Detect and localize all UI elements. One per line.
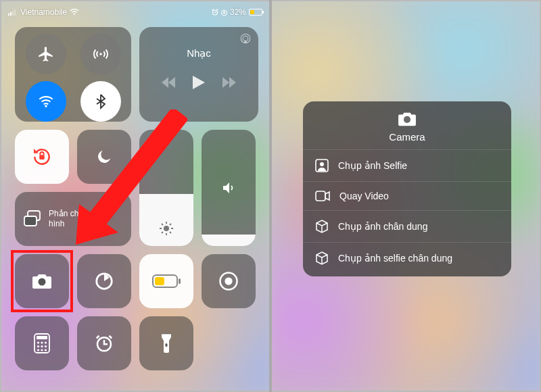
menu-item-portrait-selfie[interactable]: Chụp ảnh selfie chân dung (303, 242, 511, 274)
svg-point-8 (99, 53, 101, 55)
cellular-icon (92, 45, 110, 63)
music-widget[interactable]: Nhạc (139, 27, 258, 122)
wifi-status-icon (70, 9, 79, 16)
battery-icon (249, 9, 262, 16)
bluetooth-icon (93, 93, 109, 109)
calculator-tile[interactable] (15, 316, 69, 370)
screen-mirroring-tile[interactable]: Phản chiếu màn hình (15, 192, 131, 246)
airplane-icon (37, 45, 55, 63)
svg-rect-15 (24, 216, 37, 226)
screen-mirroring-icon (23, 210, 42, 228)
lock-status-icon (221, 9, 227, 16)
moon-icon (95, 147, 114, 166)
wifi-toggle[interactable] (26, 81, 66, 122)
battery-percent: 32% (230, 7, 246, 17)
prev-track-button[interactable] (162, 77, 175, 88)
svg-point-33 (45, 349, 47, 351)
orientation-lock-icon (31, 146, 53, 168)
screen-mirroring-label: Phản chiếu màn hình (49, 209, 123, 229)
calculator-icon (34, 333, 50, 353)
wifi-icon (37, 93, 55, 110)
svg-point-26 (41, 341, 43, 343)
svg-point-39 (320, 162, 324, 166)
svg-rect-1 (10, 12, 11, 16)
flashlight-icon (160, 333, 172, 354)
portrait-selfie-icon (315, 251, 329, 265)
brightness-icon (139, 220, 193, 237)
alarm-icon (94, 333, 114, 353)
flashlight-tile[interactable] (139, 316, 193, 370)
airplay-icon[interactable] (239, 32, 252, 45)
timer-tile[interactable] (77, 254, 131, 308)
svg-rect-7 (223, 11, 225, 13)
svg-rect-2 (12, 11, 14, 16)
svg-rect-20 (155, 277, 164, 285)
svg-point-9 (45, 105, 47, 107)
svg-point-22 (225, 277, 232, 285)
menu-item-label: Chụp ảnh Selfie (338, 160, 407, 171)
svg-point-32 (41, 349, 43, 351)
battery-low-power-icon (152, 274, 181, 288)
svg-rect-24 (37, 336, 47, 339)
svg-point-29 (41, 345, 43, 347)
svg-point-37 (404, 116, 410, 123)
alarm-tile[interactable] (77, 316, 131, 370)
video-icon (315, 191, 330, 201)
svg-rect-12 (39, 155, 44, 160)
connectivity-group (15, 27, 131, 122)
camera-icon (31, 272, 53, 290)
timer-icon (94, 271, 114, 291)
svg-point-30 (45, 345, 47, 347)
portrait-icon (315, 220, 329, 233)
brightness-slider[interactable] (139, 130, 193, 246)
volume-slider[interactable] (202, 130, 256, 246)
status-bar: Vietnamobile 32% (8, 5, 262, 19)
svg-point-28 (37, 345, 39, 347)
menu-item-portrait[interactable]: Chụp ảnh chân dung (303, 210, 511, 242)
alarm-status-icon (212, 9, 218, 16)
play-button[interactable] (193, 76, 205, 89)
carrier-label: Vietnamobile (20, 7, 67, 17)
do-not-disturb-tile[interactable] (77, 130, 131, 184)
svg-rect-35 (166, 343, 168, 347)
next-track-button[interactable] (222, 77, 236, 88)
camera-tile[interactable] (15, 254, 69, 308)
svg-rect-36 (162, 333, 171, 335)
frame-divider (269, 0, 272, 392)
bluetooth-toggle[interactable] (80, 81, 121, 122)
record-icon (218, 271, 239, 291)
camera-menu-title: Camera (389, 131, 425, 143)
svg-point-4 (74, 14, 75, 15)
svg-rect-19 (179, 278, 181, 284)
menu-item-selfie[interactable]: Chụp ảnh Selfie (303, 149, 511, 181)
orientation-lock-tile[interactable] (15, 130, 69, 184)
svg-rect-40 (316, 191, 325, 201)
menu-item-label: Quay Video (339, 191, 389, 201)
camera-icon (397, 111, 417, 127)
control-center-screenshot: Vietnamobile 32% (0, 0, 270, 392)
svg-rect-3 (14, 9, 16, 16)
menu-item-label: Chụp ảnh chân dung (338, 221, 427, 232)
airplane-toggle[interactable] (26, 34, 66, 74)
camera-menu-screenshot: Camera Chụp ảnh Selfie Quay Video Chụp ả… (270, 0, 541, 392)
screen-record-tile[interactable] (202, 254, 256, 308)
svg-rect-0 (8, 14, 9, 16)
svg-point-16 (39, 278, 46, 286)
low-power-tile[interactable] (139, 254, 193, 308)
svg-point-13 (164, 226, 169, 231)
selfie-icon (315, 159, 329, 172)
volume-icon (202, 180, 256, 196)
menu-item-video[interactable]: Quay Video (303, 181, 511, 210)
camera-context-menu: Camera Chụp ảnh Selfie Quay Video Chụp ả… (303, 101, 511, 276)
svg-point-27 (45, 341, 47, 343)
music-title: Nhạc (139, 47, 258, 59)
cellular-toggle[interactable] (80, 34, 121, 74)
signal-icon (8, 9, 18, 16)
svg-point-31 (37, 349, 39, 351)
menu-item-label: Chụp ảnh selfie chân dung (338, 253, 452, 264)
svg-point-25 (37, 341, 39, 343)
